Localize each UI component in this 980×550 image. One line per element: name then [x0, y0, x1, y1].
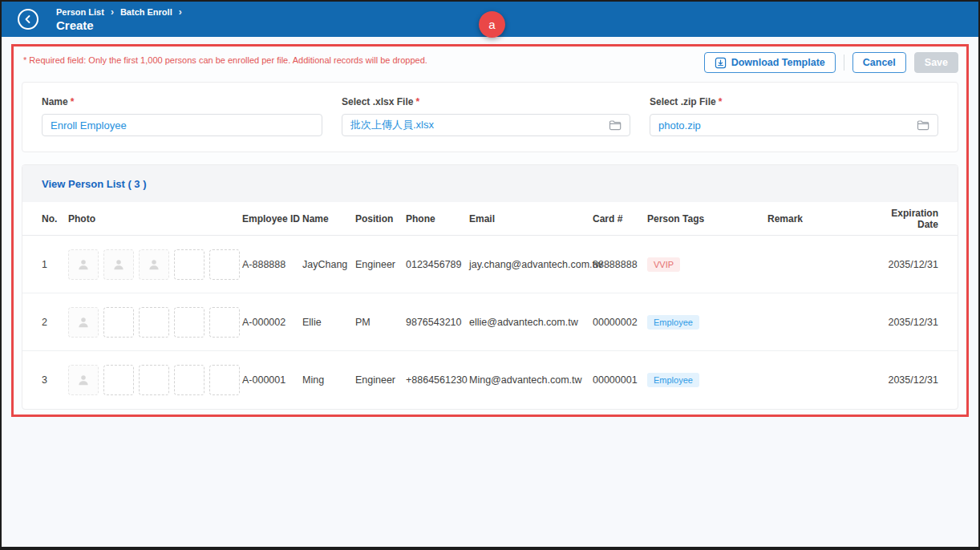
table-row: 1A-888888JayChangEngineer0123456789jay.c… — [22, 236, 958, 293]
photo-slot-empty — [174, 307, 205, 338]
col-expiration-date: Expiration Date — [882, 208, 938, 230]
cell-person-tags: Employee — [647, 373, 767, 387]
photo-slot-empty — [209, 307, 240, 338]
cell-card: 88888888 — [593, 259, 647, 270]
photo-slot-empty — [139, 307, 169, 338]
photo-slot-filled — [68, 365, 99, 395]
enroll-form-card: Name* Select .xlsx File* 批次上傳人員.xlsx Sel… — [22, 82, 958, 152]
photo-slot-empty — [139, 365, 169, 395]
toolbar-buttons: Download Template Cancel Save — [704, 52, 958, 73]
table-row: 2A-000002ElliePM9876543210ellie@advantec… — [22, 293, 958, 351]
col-no: No. — [42, 213, 68, 224]
photo-slot-filled — [68, 307, 99, 338]
back-button[interactable] — [18, 9, 38, 30]
cell-expiration-date: 2035/12/31 — [882, 259, 938, 270]
required-asterisk: * — [415, 96, 419, 107]
person-silhouette-icon — [146, 257, 162, 273]
person-table-header-row: No. Photo Employee ID Name Position Phon… — [22, 202, 958, 236]
col-photo: Photo — [68, 213, 242, 224]
download-template-button[interactable]: Download Template — [704, 52, 836, 73]
cell-email: Ming@advantech.com.tw — [469, 374, 593, 386]
photo-slot-empty — [174, 365, 205, 395]
photo-slot-empty — [209, 365, 240, 395]
photo-slot-filled — [103, 249, 134, 280]
cell-position: PM — [355, 317, 406, 328]
cell-employee-id: A-000001 — [242, 374, 302, 386]
page-title: Create — [56, 18, 94, 32]
col-employee-id: Employee ID — [242, 213, 302, 224]
col-card: Card # — [593, 213, 647, 224]
person-table-body: 1A-888888JayChangEngineer0123456789jay.c… — [22, 236, 958, 409]
cell-name: Ellie — [302, 317, 355, 328]
annotation-badge-a: a — [479, 11, 505, 38]
cell-email: ellie@advantech.com.tw — [469, 317, 593, 328]
col-person-tags: Person Tags — [647, 213, 767, 224]
person-list-header: View Person List ( 3 ) — [22, 165, 958, 202]
photo-slot-empty — [174, 249, 205, 280]
col-position: Position — [355, 213, 406, 224]
cell-name: Ming — [302, 374, 355, 386]
required-asterisk: * — [71, 96, 75, 107]
cell-photos — [68, 365, 242, 395]
cancel-button[interactable]: Cancel — [852, 52, 906, 73]
folder-icon[interactable] — [609, 119, 622, 131]
toolbar-divider — [844, 55, 844, 71]
zip-field-label: Select .zip File* — [650, 96, 938, 107]
breadcrumb-batch-enroll[interactable]: Batch Enroll — [120, 7, 172, 17]
col-name: Name — [302, 213, 355, 224]
folder-icon[interactable] — [917, 119, 929, 131]
cell-phone: +8864561230 — [406, 374, 469, 386]
xlsx-field-group: Select .xlsx File* 批次上傳人員.xlsx — [342, 96, 630, 138]
person-silhouette-icon — [75, 257, 91, 273]
cell-phone: 0123456789 — [406, 259, 469, 270]
cell-card: 00000002 — [593, 317, 647, 328]
photo-slot-empty — [103, 365, 134, 395]
cell-person-tags: VVIP — [647, 257, 767, 272]
photo-slot-empty — [209, 249, 240, 280]
col-phone: Phone — [406, 213, 469, 224]
table-row: 3A-000001MingEngineer+8864561230Ming@adv… — [22, 351, 958, 409]
cell-position: Engineer — [355, 259, 406, 270]
breadcrumb-separator-icon: › — [111, 6, 114, 18]
breadcrumb-person-list[interactable]: Person List — [56, 7, 104, 17]
person-tag-badge: Employee — [647, 373, 699, 387]
zip-field-group: Select .zip File* photo.zip — [650, 96, 938, 138]
cell-no: 1 — [42, 259, 68, 270]
xlsx-field-label: Select .xlsx File* — [342, 96, 630, 107]
cell-person-tags: Employee — [647, 315, 767, 330]
cell-no: 3 — [42, 374, 68, 386]
cell-employee-id: A-888888 — [242, 259, 302, 270]
download-template-label: Download Template — [731, 57, 825, 68]
person-silhouette-icon — [75, 372, 91, 388]
cell-expiration-date: 2035/12/31 — [882, 317, 938, 328]
chevron-left-icon — [23, 14, 33, 24]
cell-email: jay.chang@advantech.com.tw — [469, 259, 593, 270]
download-icon — [715, 57, 727, 69]
zip-file-name: photo.zip — [658, 119, 701, 131]
cell-position: Engineer — [355, 374, 406, 386]
save-button[interactable]: Save — [914, 52, 958, 73]
cell-photos — [68, 249, 242, 280]
person-tag-badge: VVIP — [647, 257, 680, 272]
photo-slot-empty — [103, 307, 134, 338]
col-email: Email — [469, 213, 593, 224]
cell-employee-id: A-000002 — [242, 317, 302, 328]
breadcrumb: Person List › Batch Enroll › — [56, 6, 182, 18]
breadcrumb-separator-icon: › — [179, 6, 182, 18]
photo-slot-filled — [139, 249, 169, 280]
photo-slot-filled — [68, 249, 99, 280]
name-input[interactable] — [42, 114, 322, 136]
batch-enroll-create-page: Person List › Batch Enroll › Create a * … — [0, 0, 980, 550]
cell-card: 00000001 — [593, 374, 647, 386]
col-remark: Remark — [767, 213, 882, 224]
required-asterisk: * — [719, 96, 723, 107]
zip-file-input[interactable]: photo.zip — [650, 114, 938, 136]
person-list-title: View Person List ( 3 ) — [42, 178, 147, 190]
xlsx-file-input[interactable]: 批次上傳人員.xlsx — [342, 114, 630, 136]
cell-photos — [68, 307, 242, 338]
person-silhouette-icon — [75, 314, 91, 330]
person-list-card: View Person List ( 3 ) No. Photo Employe… — [22, 164, 958, 410]
cell-expiration-date: 2035/12/31 — [882, 374, 938, 386]
cell-no: 2 — [42, 317, 68, 328]
cell-name: JayChang — [302, 259, 355, 270]
